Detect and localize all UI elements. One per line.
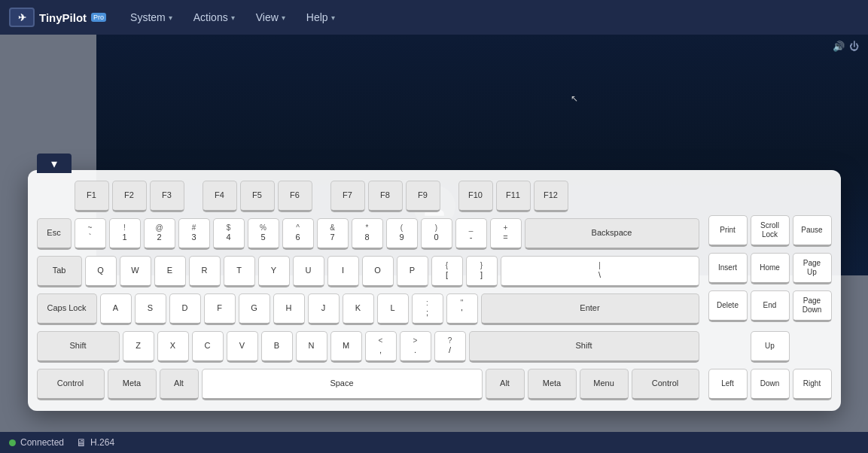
key-h[interactable]: H [273,293,305,325]
menu-help-arrow: ▾ [331,14,335,22]
key-capslock[interactable]: Caps Lock [37,293,97,325]
key-f8[interactable]: F8 [368,181,403,212]
key-arrow-up[interactable]: Up [751,331,790,363]
key-backslash[interactable]: |\ [501,256,699,287]
menu-actions[interactable]: Actions ▾ [184,7,244,28]
key-bracket-close[interactable]: }] [466,256,498,287]
key-0[interactable]: )0 [421,218,452,250]
key-esc[interactable]: Esc [37,218,72,250]
key-f10[interactable]: F10 [458,181,493,212]
key-print[interactable]: Print [708,215,748,247]
key-f7[interactable]: F7 [330,181,365,212]
key-6[interactable]: ^6 [282,218,314,250]
key-z[interactable]: Z [123,331,154,363]
key-page-down[interactable]: PageDown [793,290,832,322]
key-f9[interactable]: F9 [406,181,440,212]
key-s[interactable]: S [135,293,166,325]
key-ctrl-left[interactable]: Control [37,369,105,400]
key-enter[interactable]: Enter [481,293,699,325]
toggle-icon: ▾ [51,157,57,171]
key-alt-left[interactable]: Alt [160,369,199,400]
key-bracket-open[interactable]: {[ [431,256,463,287]
key-period[interactable]: >. [400,331,431,363]
key-alt-right[interactable]: Alt [486,369,525,400]
bottom-row: Control Meta Alt Space Alt Meta Menu Con… [37,369,699,400]
key-comma[interactable]: <, [365,331,397,363]
key-arrow-left[interactable]: Left [708,369,748,400]
key-page-up[interactable]: PageUp [793,253,832,284]
key-9[interactable]: (9 [386,218,418,250]
key-pause[interactable]: Pause [793,215,832,247]
key-arrow-down[interactable]: Down [751,369,790,400]
key-minus[interactable]: _- [455,218,487,250]
key-r[interactable]: R [189,256,221,287]
key-f11[interactable]: F11 [496,181,531,212]
key-c[interactable]: C [192,331,224,363]
key-f2[interactable]: F2 [112,181,147,212]
key-arrow-right[interactable]: Right [793,369,832,400]
key-f1[interactable]: F1 [75,181,109,212]
key-j[interactable]: J [308,293,340,325]
key-f12[interactable]: F12 [534,181,568,212]
key-p[interactable]: P [397,256,428,287]
key-f3[interactable]: F3 [150,181,184,212]
keyboard-layout: F1 F2 F3 F4 F5 F6 F7 F8 F9 F10 F11 F12 [37,181,832,400]
key-q[interactable]: Q [85,256,117,287]
key-w[interactable]: W [120,256,151,287]
key-slash[interactable]: ?/ [434,331,466,363]
key-ctrl-right[interactable]: Control [632,369,699,400]
key-space[interactable]: Space [202,369,483,400]
key-i[interactable]: I [327,256,359,287]
key-semicolon[interactable]: :; [412,293,443,325]
key-g[interactable]: G [239,293,270,325]
key-tab[interactable]: Tab [37,256,82,287]
key-insert[interactable]: Insert [708,253,748,284]
key-meta-left[interactable]: Meta [108,369,157,400]
spacer-arrow-r [793,331,832,363]
key-v[interactable]: V [227,331,258,363]
key-5[interactable]: %5 [248,218,279,250]
key-scroll-lock[interactable]: ScrollLock [751,215,790,247]
arrow-up-row: Up [708,331,832,363]
key-3[interactable]: #3 [178,218,210,250]
key-menu[interactable]: Menu [580,369,629,400]
key-u[interactable]: U [293,256,324,287]
keyboard-toggle[interactable]: ▾ [37,154,72,173]
key-l[interactable]: L [377,293,409,325]
menu-system[interactable]: System ▾ [121,7,181,28]
key-f5[interactable]: F5 [240,181,275,212]
key-1[interactable]: !1 [109,218,141,250]
menu-help[interactable]: Help ▾ [297,7,344,28]
key-shift-left[interactable]: Shift [37,331,120,363]
key-f4[interactable]: F4 [203,181,237,212]
key-m[interactable]: M [330,331,362,363]
key-4[interactable]: $4 [213,218,245,250]
key-home[interactable]: Home [751,253,790,284]
key-equal[interactable]: += [490,218,522,250]
fn-row-spacer [708,181,832,212]
key-delete[interactable]: Delete [708,290,748,322]
key-a[interactable]: A [100,293,132,325]
key-8[interactable]: *8 [352,218,383,250]
key-tilde[interactable]: ~` [75,218,106,250]
status-dot [9,439,16,446]
key-n[interactable]: N [296,331,327,363]
key-x[interactable]: X [157,331,189,363]
key-7[interactable]: &7 [317,218,349,250]
key-d[interactable]: D [169,293,201,325]
key-o[interactable]: O [362,256,394,287]
key-e[interactable]: E [154,256,186,287]
key-end[interactable]: End [751,290,790,322]
key-f[interactable]: F [204,293,236,325]
key-backspace[interactable]: Backspace [525,218,699,250]
key-shift-right[interactable]: Shift [469,331,699,363]
key-y[interactable]: Y [258,256,290,287]
key-b[interactable]: B [261,331,293,363]
key-t[interactable]: T [224,256,255,287]
key-2[interactable]: @2 [144,218,175,250]
key-f6[interactable]: F6 [278,181,312,212]
key-quote[interactable]: "' [446,293,478,325]
menu-view[interactable]: View ▾ [247,7,294,28]
key-k[interactable]: K [343,293,374,325]
key-meta-right[interactable]: Meta [528,369,577,400]
